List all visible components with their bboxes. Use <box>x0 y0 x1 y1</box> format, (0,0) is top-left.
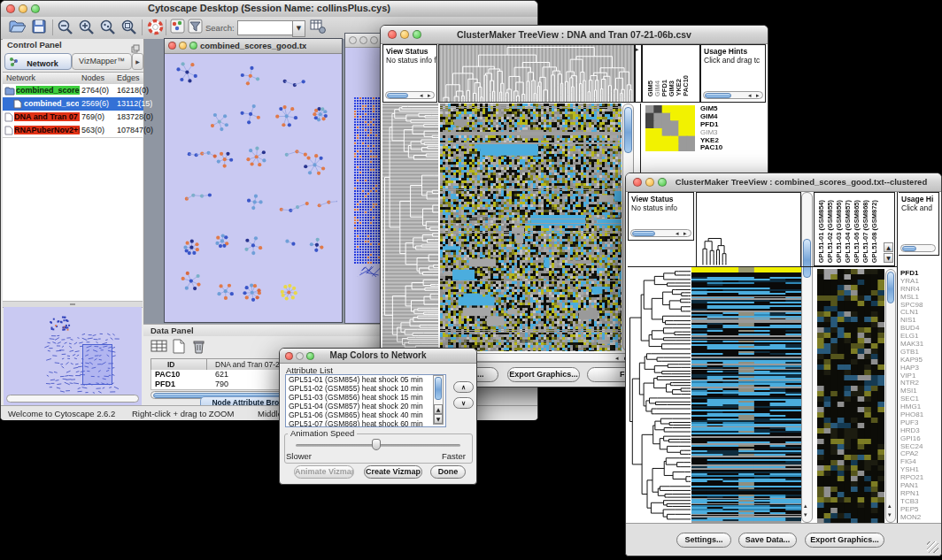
search-dropdown-button[interactable]: ▼ <box>292 20 305 37</box>
scroll-thumb[interactable] <box>387 93 408 98</box>
scroll-right-icon[interactable]: ▸ <box>636 46 639 54</box>
gene-label[interactable]: PUF3 <box>900 418 939 426</box>
gene-label[interactable]: SPC98 <box>900 301 939 309</box>
save-data-button[interactable]: Save Data... <box>738 533 797 548</box>
filter-button[interactable] <box>188 19 205 36</box>
col-network[interactable]: Network <box>6 73 35 82</box>
move-up-button[interactable]: ∧ <box>453 381 474 393</box>
array-col-label[interactable]: GPL51-02 (GSM855) <box>826 200 835 263</box>
tv1-row-dendrogram-canvas[interactable] <box>382 104 438 351</box>
scroll-right-icon[interactable]: ▸ <box>756 92 760 100</box>
gene-label[interactable]: RNR4 <box>900 285 939 293</box>
overview-hscrollbar[interactable] <box>6 395 139 403</box>
attribute-item[interactable]: GPL51-06 (GSM865) heat shock 40 min <box>286 410 445 419</box>
scroll-left-icon[interactable]: ◂ <box>748 92 752 100</box>
gene-label[interactable]: HMG1 <box>900 403 939 410</box>
gene-label[interactable]: PFD1 <box>900 269 939 277</box>
scroll-up-icon[interactable]: ▲ <box>434 404 443 414</box>
gene-label[interactable]: PAN1 <box>900 481 939 489</box>
array-col-label[interactable]: GPL51-03 (GSM856) <box>835 200 844 263</box>
network-frame-2-titlebar[interactable] <box>345 34 384 48</box>
tv2-heatmap-canvas[interactable] <box>691 267 801 523</box>
scroll-up-icon[interactable]: ▴ <box>804 502 807 510</box>
array-col-label[interactable]: GPL51-08 (GSM872) <box>870 200 879 263</box>
close-icon[interactable] <box>633 178 642 187</box>
scroll-down-icon[interactable]: ▾ <box>804 511 807 519</box>
scroll-thumb[interactable] <box>624 107 632 153</box>
attribute-item[interactable]: GPL51-07 (GSM868) heat shock 60 min <box>286 419 445 427</box>
gene-label[interactable]: FIG4 <box>900 457 939 465</box>
array-col-label[interactable]: GPL51-06 (GSM865) <box>853 200 861 263</box>
gene-label[interactable]: CLN1 <box>900 308 939 316</box>
scroll-down-icon[interactable]: ▾ <box>888 511 892 519</box>
settings-button[interactable]: Settings... <box>676 533 731 548</box>
gene-label[interactable]: HRD3 <box>900 426 939 434</box>
attribute-item[interactable]: GPL51-01 (GSM854) heat shock 05 min <box>286 375 445 384</box>
scroll-up-icon[interactable]: ▲ <box>884 242 893 252</box>
help-button[interactable] <box>147 19 165 36</box>
zoom-out-button[interactable] <box>57 19 74 36</box>
tv2-column-dendrogram-canvas[interactable] <box>696 192 801 267</box>
export-graphics-button[interactable]: Export Graphics... <box>507 367 580 382</box>
scroll-right-icon[interactable]: ▸ <box>428 92 431 100</box>
create-vizmap-button[interactable]: Create Vizmap <box>364 465 422 479</box>
vizmapper-tool-button[interactable] <box>170 19 188 36</box>
close-icon[interactable] <box>6 4 15 13</box>
gene-label[interactable]: PEP5 <box>900 505 939 513</box>
gene-label[interactable]: KAP95 <box>900 356 939 364</box>
minimize-icon[interactable] <box>645 178 654 187</box>
matrix-row-label[interactable]: PFD1 <box>700 120 766 128</box>
table-row[interactable]: combined_scores 2764(0) 16218(0) <box>3 84 143 97</box>
gene-label[interactable]: NTR2 <box>900 379 939 387</box>
gene-label[interactable]: YSH1 <box>900 465 939 473</box>
delete-attribute-button[interactable] <box>192 339 206 357</box>
tv1-column-dendrogram-canvas[interactable] <box>438 44 635 103</box>
scroll-thumb[interactable] <box>705 93 731 98</box>
minimize-icon[interactable] <box>359 36 367 44</box>
gene-label[interactable]: TCB3 <box>900 497 939 505</box>
close-icon[interactable] <box>285 352 293 360</box>
gene-label[interactable]: HAP3 <box>900 364 939 372</box>
gene-label[interactable]: BUD4 <box>900 324 939 332</box>
matrix-col-label[interactable]: GIM3 <box>668 81 675 96</box>
data-col-id[interactable]: ID <box>167 360 175 369</box>
matrix-col-label[interactable]: YKE2 <box>675 79 682 96</box>
move-down-button[interactable]: ∨ <box>453 397 474 409</box>
attribute-item[interactable]: GPL51-04 (GSM857) heat shock 20 min <box>286 402 445 410</box>
treeview1-titlebar[interactable]: ClusterMaker TreeView : DNA and Tran 07-… <box>381 26 768 44</box>
array-col-label[interactable]: GPL51-07 (GSM868) <box>861 200 870 263</box>
tab-overflow-button[interactable]: ▶ <box>132 53 143 70</box>
attribute-select-button[interactable] <box>151 339 168 357</box>
import-table-button[interactable] <box>310 19 328 36</box>
close-icon[interactable] <box>388 30 397 39</box>
treeview2-titlebar[interactable]: ClusterMaker TreeView : combined_scores_… <box>626 173 941 192</box>
tab-network[interactable]: Network <box>4 53 72 70</box>
tv1-detail-matrix-canvas[interactable] <box>645 105 695 151</box>
network-overview-canvas[interactable] <box>4 307 142 405</box>
array-col-label[interactable]: GPL51-01 (GSM854) <box>817 200 826 263</box>
detach-panel-icon[interactable] <box>131 41 140 50</box>
scroll-thumb[interactable] <box>632 231 655 236</box>
gene-label[interactable]: GTB1 <box>900 348 939 356</box>
zoom-window-icon[interactable] <box>658 178 667 187</box>
scroll-up-icon[interactable]: ▴ <box>888 502 892 510</box>
scroll-thumb[interactable] <box>902 246 916 251</box>
resize-grip[interactable] <box>927 541 938 553</box>
gene-label[interactable]: RPN1 <box>900 489 939 497</box>
gene-label[interactable]: SEC24 <box>900 442 939 450</box>
minimize-icon[interactable] <box>296 352 304 360</box>
gene-label[interactable]: YRA1 <box>900 277 939 285</box>
tv2-row-dendrogram-canvas[interactable] <box>628 267 691 523</box>
gene-label[interactable]: MSL1 <box>900 293 939 301</box>
matrix-row-label[interactable]: GIM4 <box>700 112 766 120</box>
gene-label[interactable]: CPA2 <box>900 449 939 457</box>
zoom-selected-button[interactable] <box>99 19 117 36</box>
done-button[interactable]: Done <box>430 465 466 479</box>
gene-label[interactable]: NIS1 <box>900 316 939 324</box>
matrix-col-label[interactable]: GIM4 <box>653 81 660 96</box>
tv2-detail-heatmap-canvas[interactable] <box>817 269 884 523</box>
gene-label[interactable]: VIP1 <box>900 372 939 380</box>
table-row-selected[interactable]: combined_sco 2569(6) 13112(15) <box>3 97 143 111</box>
zoom-window-icon[interactable] <box>370 36 378 44</box>
scroll-thumb[interactable] <box>887 272 894 303</box>
